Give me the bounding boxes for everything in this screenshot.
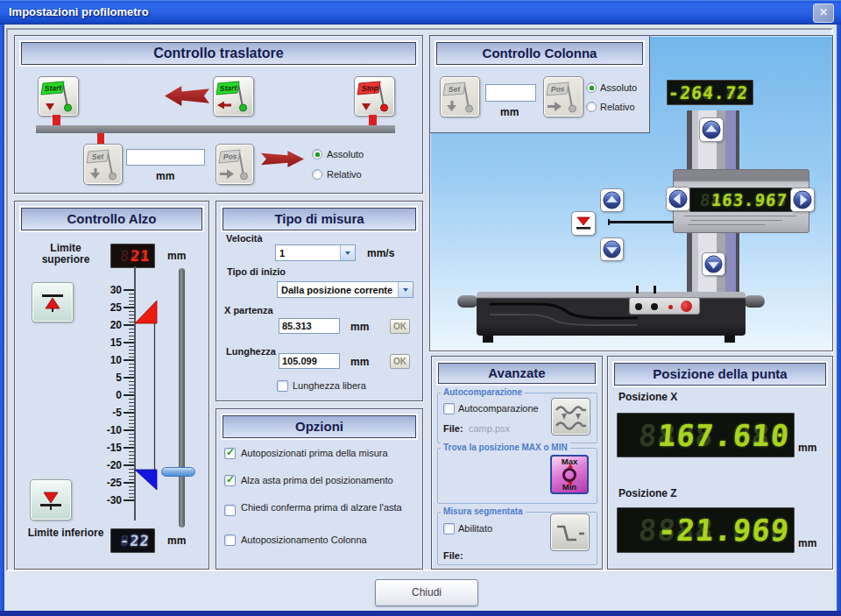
emergency-knob [681,301,692,312]
traslatore-target-input[interactable] [126,149,205,166]
svg-text:Pos: Pos [551,84,565,94]
colonna-pos-button[interactable]: Pos [543,76,583,117]
left-arrow-marker-icon [217,102,231,110]
column-position-display: -888.88-264.72 [667,80,753,105]
panel-title-colonna: Controllo Colonna [436,42,643,65]
lower-limit-button[interactable] [30,479,72,520]
colonna-radio-assoluto-label: Assoluto [600,82,637,93]
traslatore-unit-label: mm [156,170,174,182]
autocomp-group-label: Autocomparazione [441,387,525,397]
window-border-bottom [0,611,841,616]
traslatore-start-home-button[interactable]: Start [38,76,79,117]
main-content: Controllo traslatore Start Start [6,28,833,571]
traslatore-stop-button[interactable]: Stop [354,76,395,117]
traslatore-pos-button[interactable]: Pos [216,144,254,185]
down-arrow-marker-icon [90,173,100,179]
tick-label: 15 [99,337,122,348]
panel-opzioni: Opzioni Autoposizionati prima della misu… [216,408,423,570]
tick-label: 30 [99,285,122,295]
tick-label: 25 [99,302,122,313]
base-foot [483,335,493,343]
length-label: Lunghezza [226,346,276,357]
free-length-label: Lunghezza libera [293,380,366,391]
svg-text:Set: Set [92,152,105,161]
panel-title-traslatore: Controllo traslatore [21,42,416,65]
tick-label: 5 [99,372,122,383]
segmented-button[interactable] [550,513,590,551]
length-input[interactable] [279,353,340,369]
move-right-arrow-icon [261,151,304,167]
traslatore-radio-assoluto-label: Assoluto [327,149,364,159]
probe-down-button[interactable] [600,237,624,261]
colonna-target-input[interactable] [485,84,536,102]
option-checkbox-chiedi-conferma[interactable] [224,505,236,516]
gray-dot-icon [466,105,473,112]
traslatore-radio-relativo-label: Relativo [327,169,362,180]
base-foot [724,335,735,343]
power-led [668,305,673,309]
column-top-up-button[interactable] [699,117,724,142]
segmented-checkbox-label: Abilitato [458,523,492,534]
traslatore-start-button[interactable]: Start [213,76,254,117]
svg-text:Stop: Stop [362,83,378,93]
colonna-set-button[interactable]: Set [440,76,480,117]
traslatore-radio-relativo[interactable] [312,169,322,180]
base-handle-right [744,295,765,308]
upper-limit-icon [39,290,66,315]
base-decoration [485,299,643,332]
svg-text:Start: Start [220,83,238,93]
alzo-slider-track[interactable] [179,268,185,527]
option-checkbox-autoposizionamento-colonna[interactable] [224,535,236,546]
tick-label: 10 [99,355,122,365]
lower-limit-marker-icon [135,470,157,490]
alzo-slider-thumb[interactable] [161,467,195,477]
autocomp-checkbox[interactable] [443,403,455,414]
window-border-left [0,25,4,611]
column-down-button[interactable] [702,252,725,276]
title-bar[interactable]: Impostazioni profilometro ✕ [0,0,841,25]
carriage-right-button[interactable] [790,188,815,212]
traslatore-set-button[interactable]: Set [83,144,123,185]
maxmin-group-label: Trova la posizione MAX o MIN [441,443,570,452]
panel-tipo-di-misura: Tipo di misura Velocità 1 mm/s Tipo di i… [216,201,423,401]
x-start-input[interactable] [279,318,340,334]
window-title: Impostazioni profilometro [9,0,149,24]
tick-label: 0 [99,390,122,400]
close-button[interactable]: ✕ [813,4,834,23]
carriage-position-display: 8888.888163.967 [689,188,793,212]
probe-lower-button[interactable] [571,211,596,236]
tick-label: 20 [99,320,122,330]
probe-up-button[interactable] [600,188,624,212]
colonna-radio-relativo[interactable] [586,102,597,112]
segmented-checkbox[interactable] [443,523,455,535]
gray-dot-icon [241,173,248,180]
red-dot-icon [381,104,388,111]
green-dot-icon [240,104,247,111]
autocomp-button[interactable] [551,398,590,435]
x-start-ok-button[interactable]: OK [390,319,410,334]
down-marker-icon [46,103,54,110]
carriage-left-button[interactable] [666,187,690,211]
maxmin-button[interactable]: Max Min [550,455,589,494]
option-checkbox-autoposizionati[interactable] [224,448,236,459]
lower-limit-label: Limite inferiore [27,527,104,539]
down-marker-icon [362,103,371,110]
velocity-combo[interactable]: 1 [275,244,356,261]
switch-knob [635,303,642,310]
free-length-checkbox[interactable] [277,380,288,392]
traslatore-radio-assoluto[interactable] [312,149,322,159]
colonna-unit-label: mm [500,106,519,118]
option-label: Autoposizionati prima della misura [241,448,388,458]
limit-markers [129,294,164,499]
start-type-combo[interactable]: Dalla posizione corrente [277,281,413,298]
upper-limit-button[interactable] [32,282,74,322]
panel-title-alzo: Controllo Alzo [21,208,202,230]
option-checkbox-alza-asta[interactable] [224,475,236,486]
lower-limit-icon [38,488,64,513]
panel-machine: Controllo Colonna Set mm [429,35,833,351]
colonna-radio-assoluto[interactable] [586,82,597,93]
length-ok-button[interactable]: OK [390,354,410,369]
probe-arm [608,221,674,223]
upper-limit-display: 88821 [110,244,155,268]
chiudi-button[interactable]: Chiudi [375,579,478,606]
